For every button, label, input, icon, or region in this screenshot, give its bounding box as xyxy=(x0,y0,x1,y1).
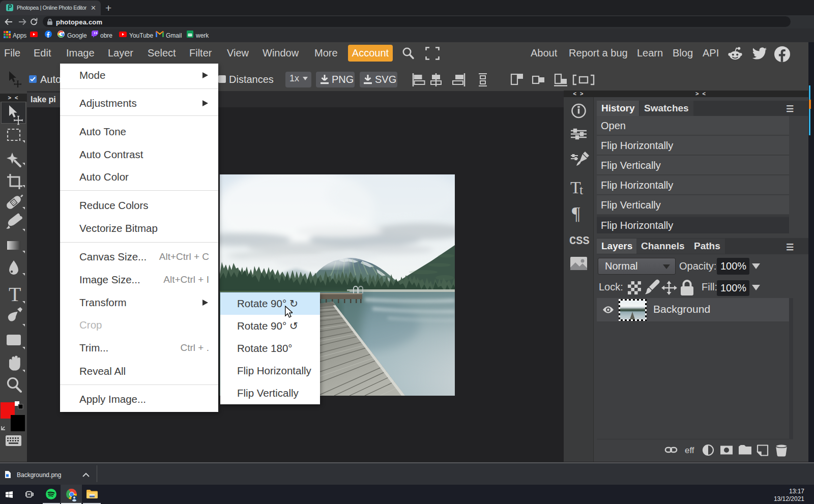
svg-text:T: T xyxy=(9,283,21,306)
svg-text:t: t xyxy=(579,183,584,197)
svg-text:¶: ¶ xyxy=(572,203,580,224)
svg-text:CSS: CSS xyxy=(569,235,590,248)
svg-text:eff: eff xyxy=(685,446,694,455)
